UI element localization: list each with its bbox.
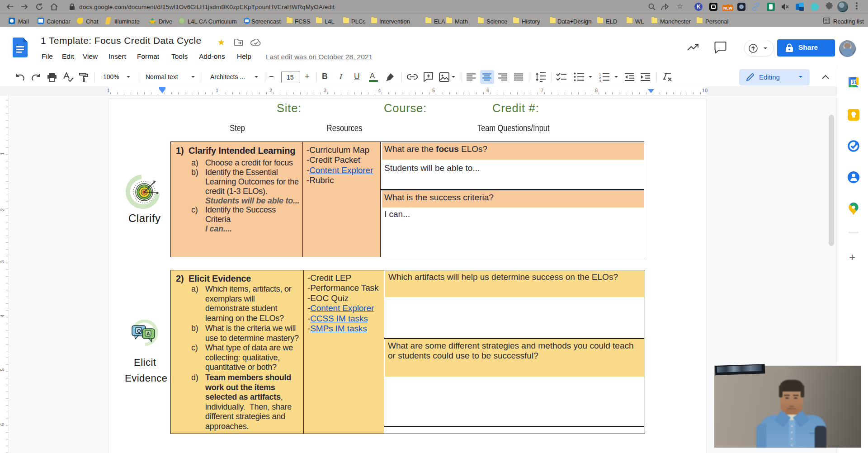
svg-text:A: A [146, 331, 150, 336]
svg-text:31: 31 [852, 80, 857, 85]
svg-text:Q: Q [137, 328, 141, 334]
svg-text:3: 3 [599, 79, 601, 82]
